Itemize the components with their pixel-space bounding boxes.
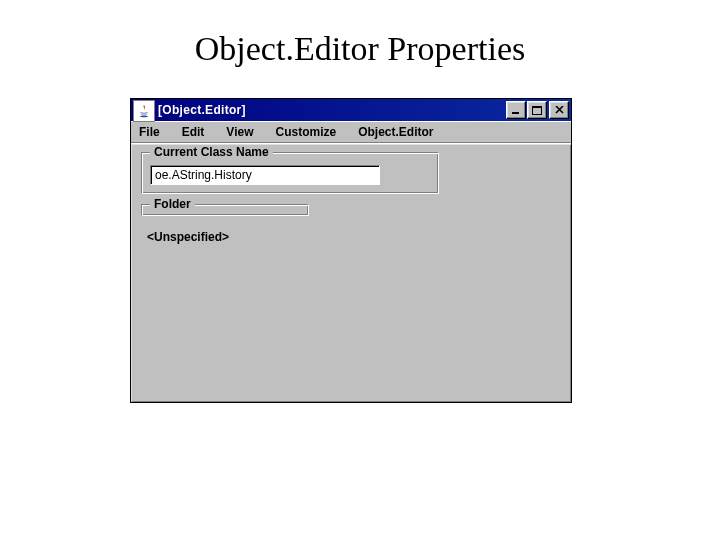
- current-class-name-input[interactable]: [150, 165, 380, 185]
- svg-point-0: [140, 116, 148, 118]
- group-legend-folder: Folder: [150, 197, 195, 211]
- group-folder: Folder: [141, 204, 309, 216]
- menubar: File Edit View Customize Object.Editor: [131, 121, 571, 143]
- java-app-icon: [133, 100, 155, 122]
- group-legend-current-class: Current Class Name: [150, 145, 273, 159]
- client-area: Current Class Name Folder <Unspecified>: [131, 143, 571, 402]
- svg-rect-3: [532, 106, 542, 108]
- minimize-button[interactable]: [506, 101, 526, 119]
- menu-customize[interactable]: Customize: [271, 124, 340, 140]
- menu-objecteditor[interactable]: Object.Editor: [354, 124, 437, 140]
- menu-file[interactable]: File: [135, 124, 164, 140]
- window-controls: [505, 99, 571, 121]
- group-current-class-name: Current Class Name: [141, 152, 439, 194]
- menu-edit[interactable]: Edit: [178, 124, 209, 140]
- slide-title: Object.Editor Properties: [0, 30, 720, 68]
- application-window: [Object.Editor] File Edit View Customize…: [130, 98, 572, 403]
- menu-view[interactable]: View: [222, 124, 257, 140]
- window-title: [Object.Editor]: [158, 99, 505, 121]
- folder-value: <Unspecified>: [141, 226, 561, 252]
- svg-rect-1: [512, 112, 519, 114]
- close-button[interactable]: [549, 101, 569, 119]
- titlebar[interactable]: [Object.Editor]: [131, 99, 571, 121]
- maximize-button[interactable]: [527, 101, 547, 119]
